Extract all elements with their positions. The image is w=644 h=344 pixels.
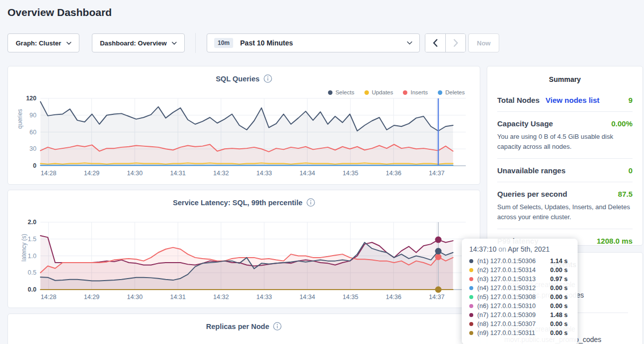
legend-item-inserts[interactable]: Inserts — [403, 89, 428, 95]
x-tick-label: 14:36 — [386, 170, 401, 177]
y-tick-label: 0 — [33, 162, 36, 169]
summary-title: Summary — [497, 75, 633, 83]
node-address: (n1) 127.0.0.1:50306 — [477, 258, 550, 265]
node-latency-value: 0.00 s — [550, 321, 568, 328]
previous-time-button[interactable] — [425, 34, 445, 52]
time-range-badge: 10m — [214, 38, 233, 48]
now-button[interactable]: Now — [468, 33, 499, 52]
node-address: (n5) 127.0.0.1:50308 — [477, 294, 550, 301]
time-range-label: Past 10 Minutes — [240, 39, 293, 47]
x-tick-label: 14:36 — [386, 294, 401, 301]
info-icon[interactable] — [273, 322, 282, 331]
chevron-down-icon — [407, 41, 412, 45]
chart-title-sql-queries: SQL Queries — [216, 75, 260, 83]
next-time-button[interactable] — [445, 34, 465, 52]
node-latency-value: 0.00 s — [550, 303, 568, 310]
node-color-dot — [469, 295, 473, 299]
time-range-dropdown[interactable]: 10m Past 10 Minutes — [207, 33, 420, 52]
capacity-usage-description: You are using 0 B of 4.5 GiB usable disk… — [497, 132, 633, 151]
node-address: (n8) 127.0.0.1:50307 — [477, 321, 550, 328]
legend-color-dot — [403, 90, 407, 95]
tooltip-row: (n2) 127.0.0.1:503140.00 s — [469, 266, 570, 275]
time-nav-group — [425, 33, 466, 52]
node-latency-value: 0.97 s — [550, 276, 568, 283]
tooltip-on: on — [498, 245, 506, 253]
x-tick-label: 14:35 — [342, 294, 358, 301]
x-tick-label: 14:28 — [41, 170, 56, 177]
x-tick-label: 14:34 — [300, 170, 315, 177]
chart-title-service-latency: Service Latency: SQL, 99th percentile — [173, 199, 303, 207]
unavailable-ranges-value: 0 — [629, 166, 633, 175]
node-address: (n3) 127.0.0.1:50313 — [477, 276, 550, 283]
tooltip-node-rows: (n1) 127.0.0.1:503061.14 s(n2) 127.0.0.1… — [469, 257, 570, 338]
legend-label: Selects — [335, 89, 354, 95]
sql-queries-chart-card: SQL Queries SelectsUpdatesInsertsDeletes… — [7, 66, 480, 185]
unavailable-ranges-label: Unavailable ranges — [497, 166, 566, 175]
node-latency-value: 0.00 s — [550, 285, 568, 292]
capacity-usage-label: Capacity Usage — [497, 119, 553, 128]
legend-label: Updates — [372, 89, 393, 95]
node-color-dot — [469, 268, 473, 272]
y-tick-label: 60 — [29, 129, 36, 136]
summary-row-unavailable-ranges: Unavailable ranges 0 — [497, 159, 633, 182]
x-tick-label: 14:33 — [257, 294, 272, 301]
sql-queries-plot[interactable]: 14:2814:2914:3014:3114:3214:3314:3414:35… — [20, 95, 477, 180]
tooltip-row: (n3) 127.0.0.1:503130.97 s — [469, 275, 570, 284]
chevron-down-icon — [172, 41, 177, 45]
node-color-dot — [469, 277, 473, 281]
node-address: (n4) 127.0.0.1:50312 — [477, 285, 550, 292]
tooltip-date: Apr 5th, 2021 — [508, 245, 550, 253]
y-tick-label: 2.0 — [28, 219, 36, 226]
tooltip-row: (n9) 127.0.0.1:503110.00 s — [469, 329, 570, 338]
node-color-dot — [469, 286, 473, 290]
y-tick-label: 1.0 — [28, 253, 36, 260]
dashboard-selector-dropdown[interactable]: Dashboard: Overview — [92, 33, 185, 52]
x-tick-label: 14:29 — [84, 170, 99, 177]
tooltip-row: (n1) 127.0.0.1:503061.14 s — [469, 257, 570, 266]
legend-item-updates[interactable]: Updates — [364, 89, 393, 95]
tooltip-row: (n4) 127.0.0.1:503120.00 s — [469, 284, 570, 293]
summary-row-capacity-usage: Capacity Usage 0.00% You are using 0 B o… — [497, 112, 633, 159]
total-nodes-label: Total Nodes — [497, 96, 540, 104]
toolbar-divider — [195, 33, 196, 53]
x-tick-label: 14:33 — [257, 170, 272, 177]
total-nodes-value: 9 — [629, 96, 633, 104]
info-icon[interactable] — [264, 74, 272, 83]
view-nodes-list-link[interactable]: View nodes list — [546, 96, 600, 104]
overview-dashboard-page: Overview Dashboard Graph: Cluster Dashbo… — [0, 0, 644, 344]
tooltip-row: (n5) 127.0.0.1:503080.00 s — [469, 293, 570, 302]
x-tick-label: 14:32 — [213, 170, 229, 177]
queries-per-second-label: Queries per second — [497, 190, 567, 198]
x-tick-label: 14:34 — [300, 294, 315, 301]
legend-item-selects[interactable]: Selects — [328, 89, 354, 95]
y-tick-label: 1.5 — [28, 236, 36, 243]
graph-selector-dropdown[interactable]: Graph: Cluster — [7, 33, 79, 52]
summary-row-total-nodes: Total Nodes View nodes list 9 — [497, 88, 633, 112]
legend-label: Inserts — [410, 89, 428, 95]
chart-title-replicas-per-node: Replicas per Node — [206, 323, 270, 331]
y-tick-label: 120 — [26, 95, 36, 102]
x-tick-label: 14:37 — [429, 294, 444, 301]
x-tick-label: 14:30 — [127, 294, 142, 301]
node-color-dot — [469, 331, 473, 335]
y-tick-label: 0.0 — [28, 286, 36, 293]
chart-legend: SelectsUpdatesInsertsDeletes — [328, 89, 465, 95]
legend-label: Deletes — [445, 89, 465, 95]
info-icon[interactable] — [307, 198, 315, 207]
legend-item-deletes[interactable]: Deletes — [438, 89, 465, 95]
chevron-down-icon — [66, 41, 71, 45]
node-address: (n2) 127.0.0.1:50314 — [477, 267, 550, 274]
replicas-per-node-chart-card: Replicas per Node — [7, 314, 480, 344]
chevron-right-icon — [453, 39, 458, 47]
graph-selector-label: Graph: Cluster — [15, 39, 61, 47]
dashboard-selector-label: Dashboard: Overview — [100, 39, 167, 47]
node-address: (n7) 127.0.0.1:50309 — [477, 312, 550, 319]
x-tick-label: 14:29 — [84, 294, 99, 301]
service-latency-chart-card: Service Latency: SQL, 99th percentile la… — [7, 190, 480, 308]
x-tick-label: 14:32 — [213, 294, 229, 301]
service-latency-plot[interactable]: 14:2814:2914:3014:3114:3214:3314:3414:35… — [20, 219, 477, 304]
x-tick-label: 14:37 — [429, 170, 444, 177]
queries-per-second-value: 87.5 — [618, 190, 633, 198]
node-color-dot — [469, 313, 473, 317]
node-color-dot — [469, 304, 473, 308]
